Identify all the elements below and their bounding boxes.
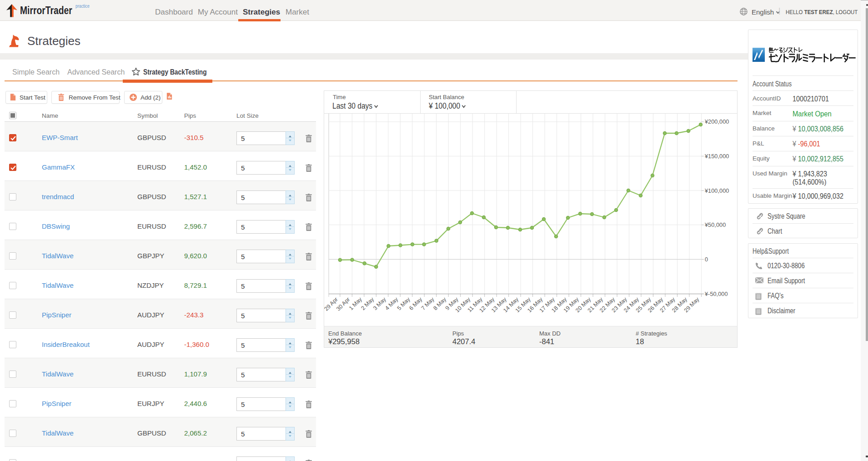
svg-text:5 May: 5 May	[396, 296, 411, 311]
svg-text:0: 0	[705, 256, 708, 263]
svg-text:6 May: 6 May	[408, 296, 423, 311]
svg-text:7 May: 7 May	[420, 296, 436, 311]
svg-text:30 Apr: 30 Apr	[335, 296, 351, 312]
svg-text:2 May: 2 May	[360, 296, 375, 311]
svg-text:¥50,000: ¥50,000	[704, 221, 726, 228]
svg-text:¥150,000: ¥150,000	[704, 153, 729, 160]
svg-text:8 May: 8 May	[432, 296, 447, 311]
svg-text:3 May: 3 May	[372, 296, 387, 311]
svg-text:¥100,000: ¥100,000	[704, 187, 729, 194]
svg-text:1 May: 1 May	[348, 296, 363, 311]
svg-text:¥200,000: ¥200,000	[704, 118, 729, 125]
svg-text:¥-50,000: ¥-50,000	[704, 291, 728, 297]
svg-text:4 May: 4 May	[384, 296, 399, 311]
